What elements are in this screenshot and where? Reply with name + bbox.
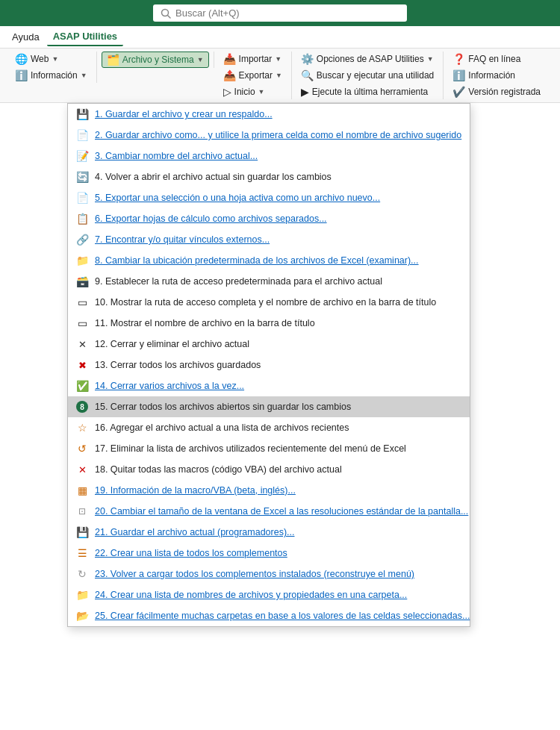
menu-item-asap[interactable]: ASAP Utilities (47, 28, 123, 46)
dropdown-item-8[interactable]: 📁8. Cambiar la ubicación predeterminada … (68, 250, 470, 271)
dropdown-menu: 💾1. Guardar el archivo y crear un respal… (67, 103, 470, 627)
dropdown-item-20[interactable]: ⊡20. Cambiar el tamaño de la ventana de … (68, 501, 470, 522)
ribbon-btn-info[interactable]: ℹ️ Información ▼ (10, 68, 92, 83)
dropdown-item-1[interactable]: 💾1. Guardar el archivo y crear un respal… (68, 104, 470, 125)
ribbon-btn-ejecutar[interactable]: ▶ Ejecute la última herramienta (296, 84, 438, 99)
chevron-down-icon-3: ▼ (197, 56, 204, 63)
ribbon-btn-info2[interactable]: ℹ️ Información (448, 68, 545, 83)
dropdown-item-text-25: 25. Crear fácilmente muchas carpetas en … (95, 611, 470, 621)
ribbon-btn-web[interactable]: 🌐 Web ▼ (10, 52, 92, 66)
reload-icon: ↻ (75, 567, 89, 581)
dropdown-item-text-24: 24. Crear una lista de nombres de archiv… (95, 590, 407, 600)
ribbon-group-4: ❓ FAQ en línea ℹ️ Información ✔️ Versión… (444, 52, 550, 99)
run-icon: ▶ (301, 86, 309, 98)
ribbon-group-2: 📥 Importar ▼ 📤 Exportar ▼ ▷ Inicio ▼ (214, 52, 292, 99)
folder-icon: 📁 (75, 254, 89, 267)
dropdown-item-text-11: 11. Mostrar el nombre de archivo en la b… (95, 318, 315, 328)
sheets-icon: 📋 (75, 212, 89, 225)
info2-icon: ℹ️ (452, 69, 465, 81)
dropdown-item-text-14: 14. Cerrar varios archivos a la vez... (95, 381, 244, 391)
ribbon-btn-buscar[interactable]: 🔍 Buscar y ejecutar una utilidad (296, 68, 438, 83)
dropdown-item-15[interactable]: 815. Cerrar todos los archivos abiertos … (68, 396, 470, 417)
dropdown-item-text-21: 21. Guardar el archivo actual (programad… (95, 527, 295, 537)
dropdown-item-4[interactable]: 🔄4. Volver a abrir el archivo actual sin… (68, 166, 470, 187)
chevron-down-icon-6: ▼ (258, 88, 265, 96)
search-bar (0, 0, 560, 26)
web-icon: 🌐 (15, 53, 28, 65)
dropdown-item-19[interactable]: ▦19. Información de la macro/VBA (beta, … (68, 480, 470, 501)
dropdown-item-23[interactable]: ↻23. Volver a cargar todos los complemen… (68, 564, 470, 584)
dropdown-item-25[interactable]: 📂25. Crear fácilmente muchas carpetas en… (68, 605, 470, 626)
floppy-icon: 💾 (75, 107, 89, 121)
list-icon: ☰ (75, 546, 89, 560)
dropdown-item-5[interactable]: 📄5. Exportar una selección o una hoja ac… (68, 187, 470, 208)
dropdown-item-text-6: 6. Exportar hojas de cálculo como archiv… (95, 213, 327, 224)
dropdown-item-text-15: 15. Cerrar todos los archivos abiertos s… (95, 402, 351, 412)
resize-icon: ⊡ (75, 505, 89, 518)
dropdown-item-text-17: 17. Eliminar la lista de archivos utiliz… (95, 443, 406, 454)
save-dev-icon: 💾 (75, 525, 89, 539)
table-icon: 🗃️ (75, 275, 89, 288)
search-input-wrap[interactable] (153, 4, 407, 22)
num8-icon: 8 (75, 400, 89, 414)
dropdown-item-text-1: 1. Guardar el archivo y crear un respald… (95, 109, 273, 119)
dropdown-item-text-8: 8. Cambiar la ubicación predeterminada d… (95, 255, 419, 266)
dropdown-item-17[interactable]: ↺17. Eliminar la lista de archivos utili… (68, 438, 470, 459)
ribbon-btn-archivo[interactable]: 🗂️ Archivo y Sistema ▼ (102, 52, 209, 68)
close-x-icon: ✕ (75, 337, 89, 351)
star-arrow-icon: ☆ (75, 421, 89, 434)
menu-item-ayuda[interactable]: Ayuda (6, 28, 46, 46)
dropdown-item-14[interactable]: ✅14. Cerrar varios archivos a la vez... (68, 375, 470, 396)
dropdown-item-2[interactable]: 📄2. Guardar archivo como... y utilice la… (68, 125, 470, 146)
window2-icon: ▭ (75, 316, 89, 330)
ribbon-btn-faq[interactable]: ❓ FAQ en línea (448, 52, 545, 66)
dropdown-item-text-16: 16. Agregar el archivo actual a una list… (95, 422, 349, 433)
ribbon-btn-importar[interactable]: 📥 Importar ▼ (219, 52, 287, 66)
dropdown-item-text-10: 10. Mostrar la ruta de acceso completa y… (95, 297, 436, 308)
search-icon (161, 8, 171, 19)
question-icon: ❓ (452, 53, 465, 65)
ribbon-toolbar: 🌐 Web ▼ ℹ️ Información ▼ 🗂️ Archivo y Si… (0, 49, 560, 103)
dropdown-item-text-5: 5. Exportar una selección o una hoja act… (95, 193, 380, 203)
dropdown-item-12[interactable]: ✕12. Cerrar y eliminar el archivo actual (68, 334, 470, 355)
ribbon-btn-version[interactable]: ✔️ Versión registrada (448, 84, 545, 99)
check-icon: ✔️ (452, 86, 465, 98)
dropdown-item-text-3: 3. Cambiar nombre del archivo actual... (95, 151, 258, 161)
folder-icon: 🗂️ (107, 54, 119, 66)
dropdown-item-24[interactable]: 📁24. Crear una lista de nombres de archi… (68, 584, 470, 605)
ribbon-btn-inicio[interactable]: ▷ Inicio ▼ (219, 84, 287, 99)
dropdown-item-13[interactable]: ✖13. Cerrar todos los archivos guardados (68, 355, 470, 375)
dropdown-item-7[interactable]: 🔗7. Encontrar y/o quitar vínculos extern… (68, 229, 470, 250)
dropdown-item-text-4: 4. Volver a abrir el archivo actual sin … (95, 172, 332, 182)
chevron-down-icon-2: ▼ (81, 72, 87, 79)
refresh-icon: 🔄 (75, 170, 89, 184)
dropdown-item-10[interactable]: ▭10. Mostrar la ruta de acceso completa … (68, 292, 470, 313)
dropdown-item-18[interactable]: ✕18. Quitar todas las macros (código VBA… (68, 459, 470, 480)
chevron-down-icon: ▼ (52, 55, 58, 63)
dropdown-item-11[interactable]: ▭11. Mostrar el nombre de archivo en la … (68, 313, 470, 334)
red-x-icon: ✕ (75, 463, 89, 476)
check-green-icon: ✅ (75, 379, 89, 393)
refresh2-icon: ↺ (75, 442, 89, 455)
dropdown-item-6[interactable]: 📋6. Exportar hojas de cálculo como archi… (68, 208, 470, 229)
search-input[interactable] (175, 7, 399, 19)
dropdown-item-text-9: 9. Establecer la ruta de acceso predeter… (95, 276, 382, 287)
close-red-icon: ✖ (75, 358, 89, 372)
ribbon-btn-opciones[interactable]: ⚙️ Opciones de ASAP Utilities ▼ (296, 52, 438, 66)
dropdown-item-text-19: 19. Información de la macro/VBA (beta, i… (95, 485, 296, 496)
dropdown-item-9[interactable]: 🗃️9. Establecer la ruta de acceso predet… (68, 271, 470, 292)
dropdown-item-21[interactable]: 💾21. Guardar el archivo actual (programa… (68, 522, 470, 543)
chevron-down-icon-4: ▼ (275, 55, 281, 63)
dropdown-item-text-2: 2. Guardar archivo como... y utilice la … (95, 130, 461, 140)
dropdown-item-16[interactable]: ☆16. Agregar el archivo actual a una lis… (68, 417, 470, 438)
ribbon-menubar: Ayuda ASAP Utilities (0, 26, 560, 49)
dropdown-item-3[interactable]: 📝3. Cambiar nombre del archivo actual... (68, 146, 470, 166)
info-icon: ℹ️ (15, 69, 28, 81)
dropdown-item-22[interactable]: ☰22. Crear una lista de todos los comple… (68, 543, 470, 564)
chevron-down-icon-7: ▼ (427, 55, 434, 63)
doc-arrow-icon: 📄 (75, 128, 89, 142)
ribbon-btn-exportar[interactable]: 📤 Exportar ▼ (219, 68, 287, 83)
ribbon-group-archivo: 🗂️ Archivo y Sistema ▼ (97, 52, 214, 68)
svg-line-1 (168, 15, 171, 18)
folder2-icon: 📁 (75, 588, 89, 602)
